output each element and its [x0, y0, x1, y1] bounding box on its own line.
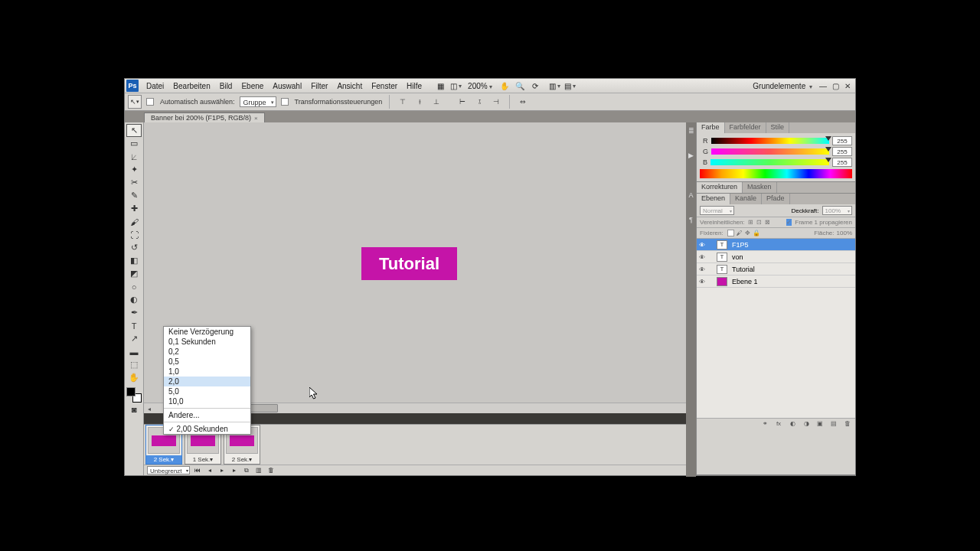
color-swatches[interactable] — [126, 387, 142, 403]
3d-tool[interactable]: ⬚ — [126, 358, 142, 371]
move-tool[interactable]: ↖ — [126, 124, 142, 137]
next-frame-icon[interactable]: ▸ — [230, 466, 239, 475]
gradient-tool[interactable]: ◩ — [126, 267, 142, 280]
b-value[interactable]: 255 — [832, 158, 852, 167]
blend-mode-dropdown[interactable]: Normal — [700, 206, 734, 215]
eraser-tool[interactable]: ◧ — [126, 254, 142, 267]
rotate-icon[interactable]: ⟳ — [529, 80, 541, 92]
menu-ansicht[interactable]: Ansicht — [332, 82, 367, 90]
layer-mask-icon[interactable]: ◐ — [788, 419, 797, 429]
delay-current[interactable]: 2,00 Sekunden — [164, 424, 250, 434]
close-icon[interactable]: ✕ — [842, 80, 853, 91]
maximize-icon[interactable]: ▢ — [830, 80, 841, 91]
history-panel-icon[interactable]: ≣ — [686, 122, 696, 139]
quickmask-tool[interactable]: ◙ — [126, 403, 142, 416]
marquee-tool[interactable]: ▭ — [126, 137, 142, 150]
align-right-icon[interactable]: ⊣ — [490, 96, 502, 108]
delay-option[interactable]: 0,2 — [164, 347, 250, 357]
arrange-icon[interactable]: ◫▾ — [449, 80, 462, 92]
align-top-icon[interactable]: ⊤ — [397, 96, 409, 108]
align-vcenter-icon[interactable]: ⫲ — [413, 96, 426, 108]
menu-auswahl[interactable]: Auswahl — [268, 82, 306, 90]
close-tab-icon[interactable]: × — [254, 115, 258, 122]
paths-tab[interactable]: Pfade — [762, 194, 790, 204]
healing-tool[interactable]: ✚ — [126, 202, 142, 215]
delay-option[interactable]: 1,0 — [164, 367, 250, 377]
crop-tool[interactable]: ✂ — [126, 176, 142, 189]
group-icon[interactable]: ▣ — [815, 419, 825, 429]
path-tool[interactable]: ↗ — [126, 332, 142, 345]
channels-tab[interactable]: Kanäle — [730, 194, 762, 204]
lasso-tool[interactable]: ⟀ — [126, 150, 142, 163]
menu-ebene[interactable]: Ebene — [237, 82, 268, 90]
layer-row[interactable]: TTutorial — [697, 263, 855, 276]
zoom-level[interactable]: 200%▾ — [463, 82, 497, 90]
hand-tool[interactable]: ✋ — [126, 371, 142, 384]
blur-tool[interactable]: ○ — [126, 280, 142, 293]
scroll-left-icon[interactable]: ◂ — [144, 403, 155, 414]
delay-option[interactable]: 2,0 — [164, 377, 250, 386]
delete-frame-icon[interactable]: 🗑 — [266, 466, 276, 475]
document-tab[interactable]: Banner bei 200% (F1P5, RGB/8) × — [144, 112, 265, 122]
eyedropper-tool[interactable]: ✎ — [126, 189, 142, 202]
distribute-icon[interactable]: ⇔ — [517, 96, 529, 108]
menu-filter[interactable]: Filter — [306, 82, 332, 90]
screen-mode-icon[interactable]: ▥▾ — [549, 80, 561, 92]
r-slider[interactable] — [711, 138, 830, 144]
layer-row[interactable]: TF1P5 — [697, 239, 855, 251]
lock-all-icon[interactable]: 🔒 — [753, 230, 760, 236]
lock-pixels-icon[interactable]: 🖌 — [737, 230, 743, 236]
menu-fenster[interactable]: Fenster — [367, 82, 402, 90]
align-bottom-icon[interactable]: ⊥ — [430, 96, 443, 108]
shape-tool[interactable]: ▬ — [126, 345, 142, 358]
swatches-tab[interactable]: Farbfelder — [725, 122, 766, 133]
menu-bild[interactable]: Bild — [215, 82, 237, 90]
minimize-icon[interactable]: — — [818, 80, 828, 91]
layers-tab[interactable]: Ebenen — [697, 194, 730, 204]
character-panel-icon[interactable]: A — [686, 187, 696, 204]
layer-row[interactable]: Ebene 1 — [697, 276, 855, 288]
color-tab[interactable]: Farbe — [697, 122, 725, 133]
pen-tool[interactable]: ✒ — [126, 306, 142, 319]
r-value[interactable]: 255 — [832, 136, 852, 145]
dodge-tool[interactable]: ◐ — [126, 293, 142, 306]
history-brush-tool[interactable]: ↺ — [126, 241, 142, 254]
zoom-icon[interactable]: 🔍 — [514, 80, 526, 92]
prev-frame-icon[interactable]: ◂ — [205, 466, 214, 475]
auto-select-dropdown[interactable]: Gruppe — [240, 96, 276, 107]
adjustments-tab[interactable]: Korrekturen — [697, 182, 743, 193]
tween-icon[interactable]: ⧉ — [242, 466, 251, 475]
paragraph-panel-icon[interactable]: ¶ — [686, 211, 696, 228]
menu-datei[interactable]: Datei — [142, 82, 168, 90]
layer-style-icon[interactable]: fx — [774, 419, 783, 429]
actions-panel-icon[interactable]: ▶ — [686, 147, 696, 164]
layer-row[interactable]: Tvon — [697, 251, 855, 263]
frame-delay-menu[interactable]: Keine Verzögerung0,1 Sekunden0,20,51,02,… — [163, 326, 251, 435]
masks-tab[interactable]: Masken — [743, 182, 777, 193]
unify-visibility-icon[interactable]: ⊡ — [756, 219, 762, 226]
panel-layout-icon[interactable]: ▤▾ — [564, 80, 577, 92]
delay-option-other[interactable]: Andere... — [164, 410, 250, 420]
align-left-icon[interactable]: ⊢ — [456, 96, 469, 108]
delay-option[interactable]: Keine Verzögerung — [164, 327, 250, 337]
loop-dropdown[interactable]: Unbegrenzt — [147, 466, 190, 474]
workspace-selector[interactable]: Grundelemente ▾ — [748, 82, 817, 90]
first-frame-icon[interactable]: ⏮ — [193, 466, 202, 475]
styles-tab[interactable]: Stile — [766, 122, 790, 133]
stamp-tool[interactable]: ⛶ — [126, 228, 142, 241]
propagate-checkbox[interactable]: ✓ — [786, 219, 792, 226]
opacity-value[interactable]: 100% — [822, 206, 852, 215]
lock-position-icon[interactable]: ✥ — [745, 230, 750, 236]
type-tool[interactable]: T — [126, 319, 142, 332]
delay-option[interactable]: 5,0 — [164, 386, 250, 396]
delay-option[interactable]: 0,1 Sekunden — [164, 337, 250, 347]
menu-hilfe[interactable]: Hilfe — [402, 82, 426, 90]
align-hcenter-icon[interactable]: ⫱ — [473, 96, 485, 108]
delay-option[interactable]: 10,0 — [164, 396, 250, 406]
menu-bearbeiten[interactable]: Bearbeiten — [168, 82, 214, 90]
auto-select-checkbox[interactable] — [146, 98, 154, 106]
hand-icon[interactable]: ✋ — [498, 80, 511, 92]
delay-option[interactable]: 0,5 — [164, 357, 250, 367]
b-slider[interactable] — [710, 159, 829, 165]
new-frame-icon[interactable]: ▥ — [254, 466, 263, 475]
